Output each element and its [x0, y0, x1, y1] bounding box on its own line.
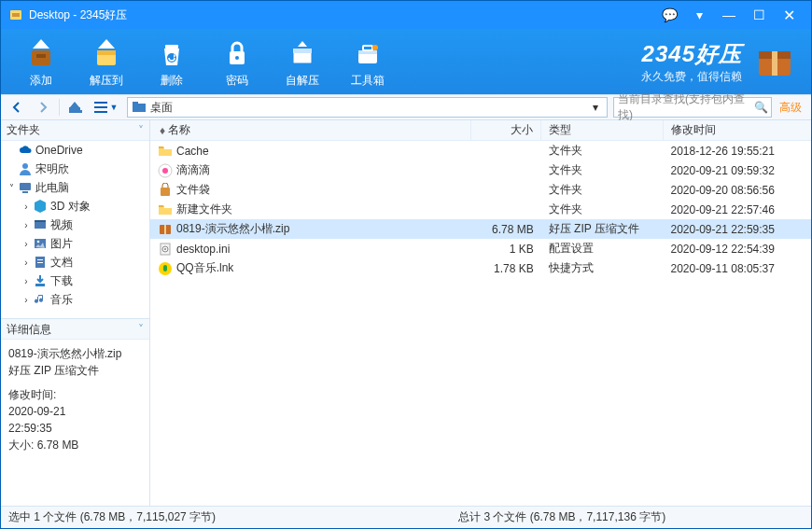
trash-icon	[154, 35, 189, 71]
file-name: 新建文件夹	[176, 202, 232, 217]
tree-item[interactable]: OneDrive	[1, 141, 149, 160]
svg-rect-28	[94, 111, 107, 113]
tree-icon	[33, 236, 48, 251]
file-row[interactable]: 文件袋文件夹2020-09-20 08:56:56	[150, 180, 811, 200]
add-button[interactable]: 添加	[8, 35, 74, 89]
tree-icon	[18, 143, 33, 158]
file-row[interactable]: QQ音乐.lnk1.78 KB快捷方式2020-09-11 08:05:37	[150, 258, 811, 278]
maximize-button[interactable]: ☐	[744, 5, 774, 25]
chat-icon[interactable]: 💬	[654, 5, 684, 25]
file-icon	[158, 222, 173, 237]
path-dropdown-icon[interactable]: ▾	[588, 101, 603, 114]
view-button[interactable]: ▼	[90, 97, 121, 118]
file-icon	[158, 202, 173, 217]
tree-item[interactable]: ›视频	[1, 216, 149, 234]
tree-item[interactable]: 宋明欣	[1, 160, 149, 178]
file-name: Cache	[176, 145, 209, 158]
add-label: 添加	[30, 73, 52, 89]
close-button[interactable]: ✕	[774, 5, 804, 25]
expand-icon[interactable]: ›	[20, 295, 33, 305]
status-selection: 选中 1 个文件 (6.78 MB，7,115,027 字节)	[8, 509, 216, 525]
col-type[interactable]: 类型	[541, 120, 664, 140]
tree-item[interactable]: ›图片	[1, 234, 149, 253]
file-modified: 2020-09-21 09:59:32	[664, 164, 812, 177]
svg-marker-24	[70, 102, 79, 107]
delete-button[interactable]: 删除	[139, 35, 204, 89]
delete-label: 删除	[161, 73, 183, 89]
sfx-button[interactable]: 自解压	[270, 35, 335, 89]
file-row[interactable]: 新建文件夹文件夹2020-09-21 22:57:46	[150, 200, 811, 219]
details-pane-title: 详细信息	[7, 321, 51, 338]
expand-icon[interactable]: ›	[20, 202, 33, 212]
back-button[interactable]	[5, 97, 29, 118]
tree-item[interactable]: ›音乐	[1, 290, 149, 309]
file-type: 好压 ZIP 压缩文件	[541, 221, 664, 237]
tree-item[interactable]: ˅此电脑	[1, 178, 149, 197]
status-total: 总计 3 个文件 (6.78 MB，7,117,136 字节)	[458, 509, 665, 525]
svg-point-37	[37, 241, 40, 244]
tree-icon	[18, 161, 33, 176]
expand-icon[interactable]: ›	[20, 276, 33, 286]
tree-item[interactable]: ›3D 对象	[1, 197, 149, 216]
window-title: Desktop - 2345好压	[29, 7, 654, 23]
svg-point-19	[372, 45, 378, 50]
tree-item[interactable]: ›下载	[1, 271, 149, 290]
tree-label: 下载	[50, 273, 73, 289]
file-type: 快捷方式	[541, 260, 664, 276]
file-modified: 2020-09-20 08:56:56	[664, 184, 812, 197]
collapse-icon[interactable]: ˅	[138, 321, 144, 338]
detail-type: 好压 ZIP 压缩文件	[8, 362, 142, 379]
advanced-link[interactable]: 高级	[774, 100, 807, 116]
col-modified[interactable]: 修改时间	[664, 120, 811, 140]
tree-label: 音乐	[50, 292, 73, 308]
tree-item[interactable]: ›文档	[1, 253, 149, 271]
tree-label: 视频	[50, 217, 73, 233]
expand-icon[interactable]: ˅	[5, 183, 18, 193]
file-type: 文件夹	[541, 202, 664, 217]
expand-icon[interactable]: ›	[20, 239, 33, 249]
folder-tree[interactable]: OneDrive宋明欣˅此电脑›3D 对象›视频›图片›文档›下载›音乐	[1, 141, 149, 318]
file-list[interactable]: Cache文件夹2018-12-26 19:55:21滴滴滴文件夹2020-09…	[150, 141, 811, 506]
file-size: 1.78 KB	[471, 262, 541, 275]
svg-rect-1	[12, 13, 20, 17]
svg-point-31	[22, 163, 28, 169]
file-type: 文件夹	[541, 143, 664, 159]
tree-label: 3D 对象	[50, 199, 91, 215]
minimize-button[interactable]: —	[714, 5, 744, 25]
dropdown-icon[interactable]: ▾	[684, 5, 714, 25]
expand-icon[interactable]: ›	[20, 220, 33, 230]
svg-rect-46	[164, 225, 166, 234]
search-icon[interactable]: 🔍	[754, 101, 767, 114]
col-size[interactable]: 大小	[471, 120, 541, 140]
file-row[interactable]: desktop.ini1 KB配置设置2020-09-12 22:54:39	[150, 239, 811, 258]
svg-rect-40	[37, 262, 43, 263]
folder-icon	[132, 100, 147, 115]
main-area: 文件夹 ˅ OneDrive宋明欣˅此电脑›3D 对象›视频›图片›文档›下载›…	[1, 120, 811, 506]
file-modified: 2020-09-21 22:59:35	[664, 223, 812, 236]
password-button[interactable]: 密码	[204, 35, 270, 89]
file-row[interactable]: Cache文件夹2018-12-26 19:55:21	[150, 141, 811, 160]
file-size: 6.78 MB	[471, 223, 541, 236]
tree-icon	[33, 292, 48, 307]
file-row[interactable]: 0819-演示悠然小楷.zip6.78 MB好压 ZIP 压缩文件2020-09…	[150, 219, 811, 239]
path-box[interactable]: 桌面 ▾	[127, 97, 608, 118]
file-name: 滴滴滴	[176, 162, 210, 178]
folders-pane-title: 文件夹	[7, 122, 40, 138]
file-row[interactable]: 滴滴滴文件夹2020-09-21 09:59:32	[150, 160, 811, 180]
forward-button[interactable]	[31, 97, 55, 118]
up-button[interactable]	[63, 97, 88, 118]
search-input[interactable]: 当前目录查找(支持包内查找) 🔍	[613, 97, 772, 118]
file-icon	[158, 183, 173, 198]
svg-marker-2	[33, 39, 49, 49]
svg-rect-4	[36, 54, 46, 58]
collapse-icon[interactable]: ˅	[138, 124, 144, 137]
svg-point-12	[235, 56, 239, 60]
extract-button[interactable]: 解压到	[74, 35, 139, 89]
add-icon	[23, 35, 59, 71]
expand-icon[interactable]: ›	[20, 258, 33, 268]
col-name[interactable]: ♦ 名称	[150, 120, 471, 140]
path-text: 桌面	[150, 100, 588, 116]
svg-rect-22	[772, 51, 777, 76]
toolbox-button[interactable]: 工具箱	[335, 35, 400, 89]
svg-marker-5	[98, 39, 115, 49]
